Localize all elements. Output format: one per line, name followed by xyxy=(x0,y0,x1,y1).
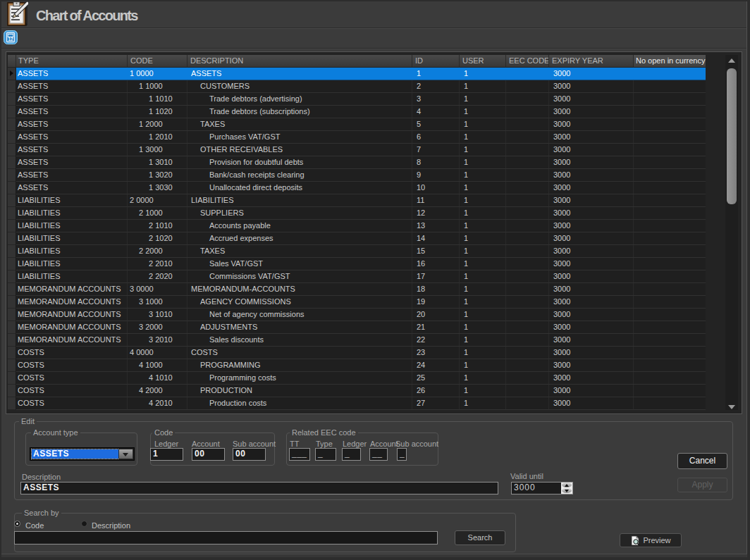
svg-text:12: 12 xyxy=(8,37,13,42)
